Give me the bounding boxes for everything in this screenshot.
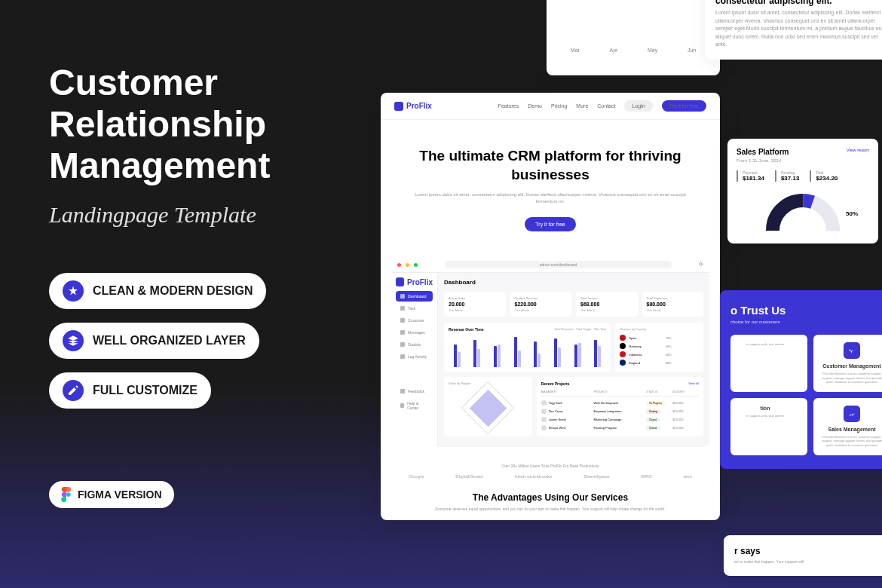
sidebar-item-task[interactable]: Task [396,303,433,314]
logo-sharespace: ShareSpace [583,474,609,479]
pill-full-customize: FULL CUSTOMIZE [49,372,211,409]
sidebar-item-dashboard[interactable]: Dashboard [396,291,433,302]
session-row: Germany50% [620,343,699,349]
logo-digitalocean: DigitalOcean [455,474,483,479]
sales-kpi-pending: Pending$37.13 [775,170,799,182]
figma-icon [61,487,72,502]
text-card: consectetur adipiscing elit. Lorem ipsum… [705,0,882,60]
table-row[interactable]: Tayy SwiftWeb DevelopmentOn Progress$20,… [541,399,699,407]
url-bar[interactable]: admin.com/dashboard [445,261,672,268]
kpi-revenue: Product Revenue$220.000This Month [510,292,572,317]
trust-panel: o Trust Us choice for our customers er s… [720,290,882,469]
login-button[interactable]: Login [624,100,652,112]
hero-section: The ultimate CRM platform for thriving b… [381,120,720,247]
dashboard-title: Dashboard [444,279,703,286]
revenue-chart-panel: Revenue Over TimeTotal Revenue · Total T… [444,323,611,372]
trust-card-sales: Sales Management Provides features to tr… [813,398,882,455]
dashboard-preview: admin.com/dashboard ⟳ ProFlix Dashboard … [391,257,709,447]
promo-subtitle: Landingpage Template [49,202,351,228]
dashboard-sidebar: ProFlix Dashboard Task Customer Messages… [391,273,438,447]
projects-panel: Recent ProjectsView all MANAGERPROJECTST… [537,377,703,436]
trust-card-customer: Customer Management Provides features to… [813,335,882,392]
svg-point-0 [66,492,71,497]
figma-badge: FIGMA VERSION [49,481,174,508]
feature-pills: CLEAN & MODERN DESIGN WELL ORGANIZED LAY… [49,273,351,409]
browser-chrome: admin.com/dashboard ⟳ [391,257,709,273]
pill-clean-design: CLEAN & MODERN DESIGN [49,273,266,309]
logo-quickbooks: intuit quickbooks [515,474,553,479]
logo[interactable]: ProFlix [394,102,432,111]
donut-chart: 50% [761,189,844,234]
kpi-income: Total Income$68.000This Month [576,292,638,317]
hero-title: The ultimate CRM platform for thriving b… [403,147,697,184]
sales-kpi-paid: Paid$234.20 [810,170,838,182]
mini-bar-chart-card: Mar Apr May Jun [547,0,720,75]
bottom-card: r says art to make that happen. Your sup… [724,535,882,576]
view-all-link[interactable]: View all [688,381,699,386]
logo-icon [394,102,403,111]
nav-contact[interactable]: Contact [597,103,615,109]
table-row[interactable]: Dev CareyEmpower IntegrationPending$20,0… [541,407,699,415]
kpi-active-sales: Active Sales20.000This Month [444,292,506,317]
nav-bar: ProFlix Features Demo Pricing More Conta… [381,93,720,120]
session-row: England30% [620,360,699,366]
sales-icon [844,406,860,422]
trust-card: er support ands, and utomer [730,335,807,392]
session-row: Spain70% [620,335,699,341]
sidebar-item-feedback[interactable]: Feedback [396,386,433,397]
customer-icon [844,342,860,359]
pill-organized-layer: WELL ORGANIZED LAYER [49,323,259,359]
view-report-link[interactable]: View report [847,148,869,156]
advantages-section: The Advantages Using Our Services Everyo… [381,485,720,520]
refresh-icon[interactable]: ⟳ [699,262,703,268]
hero-cta-button[interactable]: Try it for free [525,217,575,231]
hero-body: Lorem ipsum dolor sit amet, consectetur … [403,191,697,205]
kpi-row: Active Sales20.000This Month Product Rev… [444,292,703,317]
session-panel: Session by Country Spain70% Germany50% I… [615,323,703,372]
session-row: Indonesia40% [620,351,699,357]
sidebar-item-log[interactable]: Log Activity [396,351,433,362]
sidebar-item-help[interactable]: Help & Center [396,398,433,413]
logo-wrg: WRG [641,474,652,479]
table-row[interactable]: Justen SmithMarketing CampaignClosed$20,… [541,415,699,424]
sidebar-item-statistic[interactable]: Statistic [396,339,433,350]
nav-more[interactable]: More [576,103,588,109]
region-panel: Sales by Region [444,377,532,436]
landing-page-mockup: ProFlix Features Demo Pricing More Conta… [381,93,720,520]
nav-pricing[interactable]: Pricing [551,103,567,109]
trust-card: tion er support ands, and utomer [730,398,807,455]
kpi-expenses: Total Expenses$80.000This Month [642,292,704,317]
try-free-button[interactable]: Try it for free [662,100,706,112]
sales-platform-card: Sales PlatformView report From 1-31 June… [727,139,878,243]
nav-demo[interactable]: Demo [528,103,542,109]
edit-icon [63,380,84,401]
sales-kpi-payment: Payment$181.34 [737,170,764,182]
nav-features[interactable]: Features [498,103,519,109]
sidebar-item-customer[interactable]: Customer [396,315,433,326]
promo-title: Customer Relationship Management [49,62,351,187]
table-row[interactable]: Rihana WestFunding ProgramClosed$20,000 [541,424,699,432]
design-icon [63,280,84,302]
trust-section: Over 20+ Million Users Trust ProFlix For… [381,458,720,485]
logo-google: Google [409,474,424,479]
layers-icon [63,330,84,351]
logo-aws: aws [684,474,692,479]
sidebar-item-messages[interactable]: Messages [396,327,433,338]
